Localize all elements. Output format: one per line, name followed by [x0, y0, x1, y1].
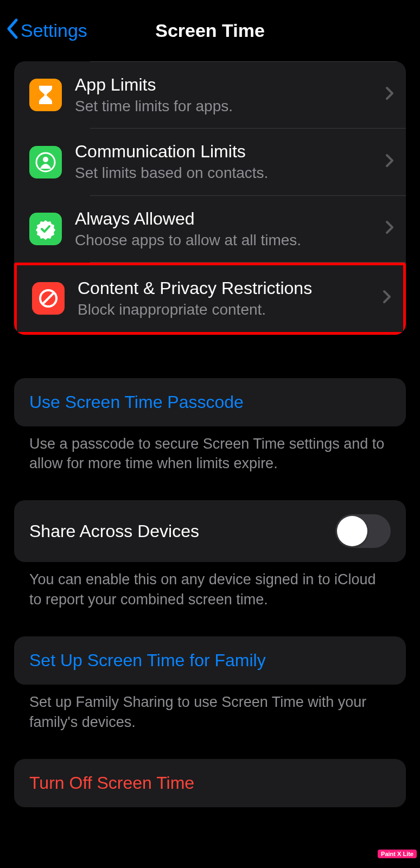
chevron-right-icon — [385, 86, 394, 104]
row-text: Communication Limits Set limits based on… — [75, 141, 372, 183]
toggle-knob — [337, 516, 367, 546]
chevron-right-icon — [385, 153, 394, 171]
row-subtitle: Block inappropriate content. — [78, 300, 370, 320]
row-communication-limits[interactable]: Communication Limits Set limits based on… — [14, 129, 406, 195]
hourglass-icon — [29, 79, 62, 111]
row-title: App Limits — [75, 74, 372, 95]
row-text: App Limits Set time limits for apps. — [75, 74, 372, 116]
row-title: Always Allowed — [75, 208, 372, 229]
checkmark-seal-icon — [29, 213, 62, 245]
highlight-annotation: Content & Privacy Restrictions Block ina… — [14, 263, 406, 334]
family-label: Set Up Screen Time for Family — [29, 650, 266, 671]
nosign-icon — [32, 282, 65, 315]
restrictions-group: App Limits Set time limits for apps. Com… — [14, 61, 406, 335]
row-title: Communication Limits — [75, 141, 372, 162]
back-label: Settings — [21, 20, 87, 41]
svg-line-3 — [43, 293, 54, 304]
chevron-right-icon — [385, 220, 394, 238]
passcode-label: Use Screen Time Passcode — [29, 392, 244, 412]
share-label: Share Across Devices — [29, 521, 199, 541]
share-toggle[interactable] — [335, 514, 391, 548]
row-share-across-devices[interactable]: Share Across Devices — [14, 500, 406, 562]
row-subtitle: Set time limits for apps. — [75, 97, 372, 116]
share-footer: You can enable this on any device signed… — [14, 562, 406, 609]
family-footer: Set up Family Sharing to use Screen Time… — [14, 685, 406, 732]
row-title: Content & Privacy Restrictions — [78, 277, 370, 299]
row-text: Always Allowed Choose apps to allow at a… — [75, 208, 372, 250]
turn-off-label: Turn Off Screen Time — [29, 773, 194, 793]
row-always-allowed[interactable]: Always Allowed Choose apps to allow at a… — [14, 196, 406, 262]
row-setup-family[interactable]: Set Up Screen Time for Family — [14, 636, 406, 685]
row-turn-off[interactable]: Turn Off Screen Time — [14, 759, 406, 807]
passcode-footer: Use a passcode to secure Screen Time set… — [14, 426, 406, 474]
row-app-limits[interactable]: App Limits Set time limits for apps. — [14, 62, 406, 128]
row-subtitle: Choose apps to allow at all times. — [75, 231, 372, 250]
contact-circle-icon — [29, 146, 62, 178]
page-title: Screen Time — [155, 20, 265, 41]
row-use-passcode[interactable]: Use Screen Time Passcode — [14, 378, 406, 426]
row-content-privacy[interactable]: Content & Privacy Restrictions Block ina… — [17, 265, 403, 331]
svg-point-1 — [43, 157, 48, 162]
row-subtitle: Set limits based on contacts. — [75, 163, 372, 183]
chevron-left-icon — [5, 18, 18, 43]
chevron-right-icon — [383, 289, 391, 308]
navigation-bar: Settings Screen Time — [0, 0, 420, 61]
watermark-badge: Paint X Lite — [378, 850, 417, 858]
back-button[interactable]: Settings — [5, 18, 87, 43]
row-text: Content & Privacy Restrictions Block ina… — [78, 277, 370, 320]
